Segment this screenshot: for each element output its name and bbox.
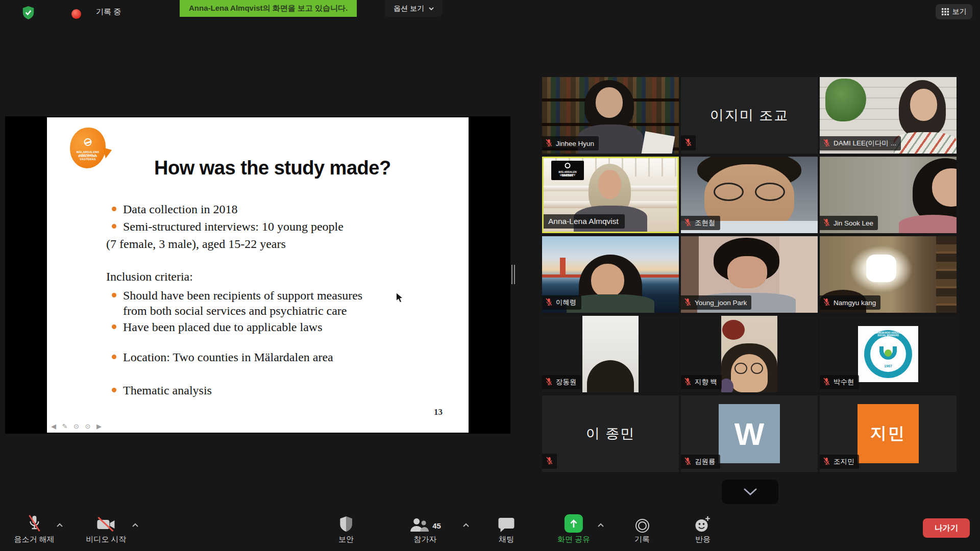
participant-tile[interactable]: Namgyu kang <box>820 236 957 313</box>
participant-tile[interactable]: 장동원 <box>542 316 679 392</box>
participant-nameplate: Young_joon Park <box>681 295 751 310</box>
slide-bullet: Should have been recipients of support m… <box>47 288 384 318</box>
participant-tile[interactable]: 이지미 조교 <box>681 77 818 154</box>
participant-tile[interactable]: 이 종민 <box>542 395 679 472</box>
association-logo: GYEONGSANGBUKDO ASSOCIATION OF SOCIAL WO… <box>858 326 918 382</box>
chat-button[interactable]: 채팅 <box>498 513 515 543</box>
participant-name: 장동원 <box>556 378 577 387</box>
participant-nameplate: 조지민 <box>820 455 859 469</box>
video-options-caret[interactable] <box>132 520 139 530</box>
mouse-cursor <box>396 293 404 304</box>
participant-nameplate: Anna-Lena Almqvist <box>544 214 625 229</box>
record-button[interactable]: 기록 <box>634 513 650 543</box>
meeting-secure-shield-icon[interactable] <box>21 6 35 22</box>
mic-muted-icon <box>684 377 692 387</box>
participants-options-caret[interactable] <box>462 520 470 530</box>
mic-muted-icon <box>823 138 830 148</box>
mic-muted-icon <box>823 218 830 228</box>
reactions-button[interactable]: 반응 <box>695 513 711 543</box>
audio-options-caret[interactable] <box>56 520 63 530</box>
unmute-button[interactable]: 음소거 해제 <box>14 513 54 543</box>
participant-tile[interactable]: 지민 조지민 <box>820 395 957 472</box>
slide-bullet: Semi-structured interviews: 10 young peo… <box>47 219 384 234</box>
participant-nameplate: 박수현 <box>820 375 859 389</box>
mic-muted-icon <box>823 377 830 387</box>
participant-name: Namgyu kang <box>834 299 876 307</box>
participants-icon <box>409 517 430 533</box>
screen-share-icon <box>565 514 583 533</box>
mic-muted-icon <box>823 457 830 467</box>
mic-muted-icon <box>545 138 553 148</box>
participants-count: 45 <box>432 521 441 530</box>
participant-nameplate: Jin Sook Lee <box>820 216 878 230</box>
participant-tile[interactable]: 지향 백 <box>681 316 818 392</box>
view-options-button[interactable]: 옵션 보기 <box>385 0 443 17</box>
participant-nameplate: Jinhee Hyun <box>542 136 599 151</box>
participant-nameplate: 김원룡 <box>681 455 720 469</box>
participant-nameplate <box>542 454 557 469</box>
mdh-logo-emblem-icon <box>565 163 571 168</box>
participant-nameplate: 장동원 <box>542 375 581 389</box>
participant-tile[interactable]: Jinhee Hyun <box>542 77 679 154</box>
participant-name: 이 종민 <box>542 395 679 472</box>
viewing-screen-banner: Anna-Lena Almqvist의 화면을 보고 있습니다. <box>180 0 357 17</box>
shared-screen-area: MÄLARDALENS HÖGSKOLA ESKILSTUNA VÄSTERÅS… <box>5 116 510 434</box>
slide-line: (7 female, 3 male), aged 15-22 years <box>47 236 384 252</box>
participant-name: Young_joon Park <box>695 299 747 307</box>
slide-bullet: Have been placed due to applicable laws <box>47 319 384 335</box>
participant-tile[interactable]: GYEONGSANGBUKDO ASSOCIATION OF SOCIAL WO… <box>820 316 957 392</box>
participant-name: 이지미 조교 <box>681 77 818 154</box>
reactions-smiley-icon <box>695 516 711 533</box>
participant-grid: Jinhee Hyun 이지미 조교 DAMI LEE(이다미 ... MÄLA… <box>542 77 957 472</box>
slide-page-number: 13 <box>434 407 443 417</box>
participant-tile[interactable]: W 김원룡 <box>681 395 818 472</box>
chat-bubble-icon <box>498 517 515 533</box>
recording-label: 기록 중 <box>96 7 121 17</box>
participant-grid-scroll-down-button[interactable] <box>722 480 778 504</box>
slide-line: Inclusion criteria: <box>47 269 384 284</box>
mdh-university-logo: MÄLARDALENS HÖGSKOLA ESKILSTUNA VÄSTERÅS <box>70 128 106 168</box>
participant-tile[interactable]: DAMI LEE(이다미 ... <box>820 77 957 154</box>
viewing-screen-banner-text: Anna-Lena Almqvist의 화면을 보고 있습니다. <box>189 4 348 13</box>
shield-icon <box>339 516 353 533</box>
mdh-university-camera-logo: MÄLARDALEN UNIVERSITY SWEDEN <box>551 161 584 180</box>
participant-tile[interactable]: 이혜령 <box>542 236 679 313</box>
camera-muted-icon <box>96 516 116 533</box>
participant-name: Jin Sook Lee <box>834 219 873 227</box>
participant-tile[interactable]: Jin Sook Lee <box>820 157 957 233</box>
participant-tile[interactable]: Young_joon Park <box>681 236 818 313</box>
chevron-down-icon <box>743 488 758 496</box>
security-button[interactable]: 보안 <box>338 513 354 543</box>
participant-name: Jinhee Hyun <box>556 140 594 147</box>
presentation-slide: MÄLARDALENS HÖGSKOLA ESKILSTUNA VÄSTERÅS… <box>47 117 469 433</box>
participant-nameplate <box>681 135 696 151</box>
mic-muted-icon <box>545 297 553 308</box>
slide-bullet: Location: Two counties in Mälardalen are… <box>47 349 384 365</box>
mic-muted-icon <box>546 456 553 466</box>
mic-muted-icon <box>823 297 830 308</box>
participants-button[interactable]: 45 참가자 <box>409 513 441 543</box>
panel-resize-handle[interactable] <box>511 265 515 284</box>
participant-tile[interactable]: 조현철 <box>681 157 818 233</box>
chevron-up-icon <box>597 523 604 528</box>
leave-meeting-button[interactable]: 나가기 <box>923 518 970 538</box>
participant-nameplate: DAMI LEE(이다미 ... <box>820 136 901 151</box>
record-icon <box>635 519 649 533</box>
start-video-button[interactable]: 비디오 시작 <box>86 513 126 543</box>
chevron-up-icon <box>132 523 139 528</box>
slide-title: How was the study made? <box>154 157 391 179</box>
participant-nameplate: 지향 백 <box>681 375 722 389</box>
participant-name: 박수현 <box>834 378 854 387</box>
participant-tile-active-speaker[interactable]: MÄLARDALEN UNIVERSITY SWEDEN Anna-Lena A… <box>542 157 679 233</box>
slide-bullet: Data collection in 2018 <box>47 202 384 217</box>
share-options-caret[interactable] <box>597 520 604 530</box>
mic-muted-icon <box>545 377 553 387</box>
mdh-logo-emblem-icon <box>84 138 92 146</box>
view-button[interactable]: 보기 <box>936 4 972 19</box>
slideshow-nav-controls[interactable]: ◀ ✎ ⊙ ⊙ ▶ <box>51 422 104 430</box>
participant-name: 조지민 <box>834 457 854 466</box>
participant-nameplate: 이혜령 <box>542 295 581 310</box>
screen-share-button[interactable]: 화면 공유 <box>557 513 590 543</box>
participant-name: Anna-Lena Almqvist <box>548 217 619 226</box>
recording-indicator-icon <box>71 9 81 19</box>
